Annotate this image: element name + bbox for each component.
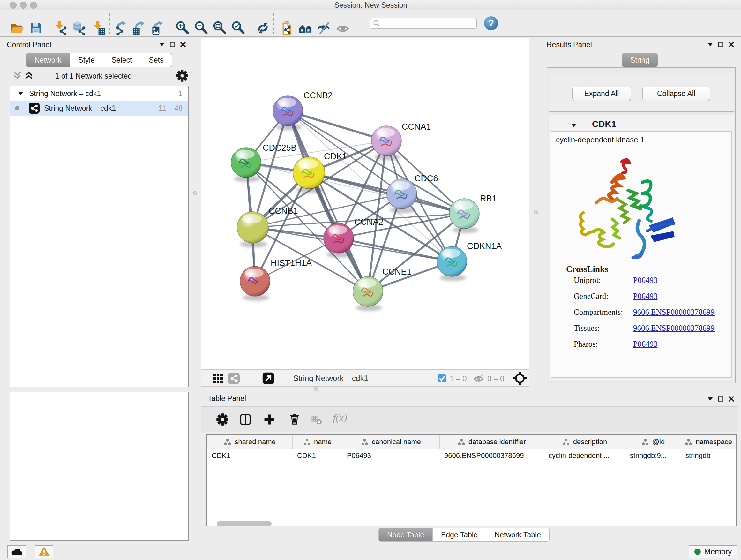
cloud-status-button[interactable] [7, 545, 26, 558]
network-options-gear-icon[interactable] [176, 69, 189, 82]
column-header-@id[interactable]: @id [625, 435, 681, 449]
node-CDK1[interactable] [293, 157, 325, 193]
export-image-icon[interactable] [150, 21, 164, 36]
column-header-shared-name[interactable]: shared name [207, 435, 293, 449]
memory-label: Memory [704, 547, 732, 556]
grid-mode-icon[interactable] [212, 373, 224, 384]
application-window: Session: New Session ? Control Panel Net… [0, 0, 741, 560]
memory-button[interactable]: Memory [689, 545, 737, 558]
node-CCNB1[interactable] [237, 212, 268, 247]
node-CCNA1[interactable] [372, 126, 401, 160]
horizontal-scrollbar-thumb[interactable] [217, 521, 272, 526]
import-network-icon[interactable] [52, 21, 67, 36]
panel-close-icon[interactable] [729, 396, 734, 401]
node-label-CCNA2: CCNA2 [354, 217, 384, 227]
node-RB1[interactable] [449, 199, 479, 233]
edge-CCNA2-CDKN1A[interactable] [339, 238, 452, 261]
node-CDC6[interactable] [387, 179, 417, 213]
panel-menu-icon[interactable] [708, 43, 713, 47]
selected-count-checkbox-icon[interactable] [437, 374, 446, 382]
gene-disclosure-icon[interactable] [571, 124, 576, 127]
share-document-icon[interactable] [280, 21, 295, 36]
collection-disclosure-icon[interactable] [18, 91, 23, 96]
open-file-icon[interactable] [9, 21, 24, 36]
create-column-icon[interactable] [263, 413, 276, 426]
warnings-button[interactable] [35, 545, 53, 558]
network-share-icon[interactable] [228, 373, 240, 384]
panel-float-icon[interactable] [718, 42, 724, 47]
import-table-icon[interactable] [91, 21, 105, 36]
open-homes-icon[interactable] [298, 21, 313, 36]
crosslink-value-link[interactable]: P06493 [633, 292, 657, 301]
table-options-gear-icon[interactable] [216, 413, 229, 426]
tab-string[interactable]: String [622, 53, 658, 67]
node-label-CCNB2: CCNB2 [304, 91, 333, 100]
save-session-icon[interactable] [28, 21, 43, 36]
column-header-name[interactable]: name [293, 435, 342, 449]
panel-menu-icon[interactable] [708, 397, 713, 401]
network-collection-row[interactable]: String Network – cdk1 1 [10, 86, 188, 101]
tab-edge-table[interactable]: Edge Table [433, 528, 486, 542]
zoom-in-icon[interactable] [175, 21, 190, 36]
table-row[interactable]: CDK1CDK1P064939606.ENSP00000378699cyclin… [207, 449, 736, 462]
node-label-CCNE1: CCNE1 [382, 267, 412, 276]
crosslink-row: Tissues:9606.ENSP00000378699 [574, 324, 727, 333]
panel-close-icon[interactable] [180, 42, 186, 47]
export-network-icon[interactable] [113, 21, 127, 36]
column-header-canonical-name[interactable]: canonical name [342, 435, 440, 449]
right-splitter[interactable] [529, 38, 543, 387]
network-share-badge-icon [29, 103, 40, 114]
node-CCNB2[interactable] [273, 96, 303, 130]
left-splitter[interactable] [189, 38, 201, 387]
show-columns-icon[interactable] [239, 413, 252, 426]
table-toolbar: f(x) [201, 407, 738, 432]
column-header-namespace[interactable]: namespace [681, 435, 736, 449]
collapse-all-networks-icon[interactable] [12, 71, 23, 79]
fit-selected-crosshair-icon[interactable] [513, 371, 527, 385]
zoom-fit-icon[interactable] [212, 21, 227, 36]
delete-table-icon[interactable] [310, 414, 323, 425]
hide-selected-icon[interactable] [316, 21, 331, 36]
expand-all-button[interactable]: Expand All [572, 86, 631, 101]
network-row-selected[interactable]: String Network – cdk1 11 48 [10, 101, 188, 116]
column-header-description[interactable]: description [544, 435, 625, 449]
help-button[interactable]: ? [484, 16, 498, 30]
tab-style[interactable]: Style [70, 53, 103, 67]
crosslink-value-link[interactable]: 9606.ENSP00000378699 [633, 308, 715, 317]
panel-float-icon[interactable] [170, 42, 175, 47]
crosslink-row: GeneCard:P06493 [574, 292, 727, 301]
function-builder-button[interactable]: f(x) [333, 412, 347, 424]
export-table-icon[interactable] [131, 21, 146, 36]
show-selected-icon[interactable] [335, 21, 350, 36]
refresh-layout-icon[interactable] [256, 21, 270, 36]
horizontal-splitter[interactable] [0, 387, 741, 392]
network-canvas[interactable]: CCNB2CCNA1CDC25BCDK1CDC6RB1CCNB1CCNA2CDK… [201, 38, 529, 369]
zoom-selected-icon[interactable] [231, 21, 246, 36]
crosslink-value-link[interactable]: 9606.ENSP00000378699 [633, 324, 715, 333]
node-CDKN1A[interactable] [437, 246, 467, 281]
edge-CCNB2-CCNA1[interactable] [288, 111, 387, 141]
panel-menu-icon[interactable] [159, 43, 165, 47]
panel-float-icon[interactable] [718, 396, 724, 401]
delete-column-icon[interactable] [288, 413, 301, 426]
node-CDC25B[interactable] [231, 147, 261, 182]
node-CCNE1[interactable] [353, 276, 383, 311]
tab-sets[interactable]: Sets [140, 53, 172, 67]
node-HIST1H1A[interactable] [240, 266, 270, 301]
crosslink-value-link[interactable]: P06493 [633, 340, 657, 349]
search-input[interactable] [381, 19, 470, 27]
birds-eye-view-icon[interactable] [262, 372, 275, 385]
column-header-database-identifier[interactable]: database identifier [440, 435, 544, 449]
tab-select[interactable]: Select [104, 53, 141, 67]
results-panel-title: Results Panel [547, 41, 592, 49]
crosslink-value-link[interactable]: P06493 [633, 276, 657, 285]
zoom-out-icon[interactable] [194, 21, 209, 36]
tab-network[interactable]: Network [26, 53, 70, 67]
panel-close-icon[interactable] [729, 42, 734, 47]
tab-network-table[interactable]: Network Table [486, 528, 549, 542]
collapse-all-button[interactable]: Collapse All [643, 86, 710, 101]
node-CCNA2[interactable] [324, 223, 354, 258]
tab-node-table[interactable]: Node Table [379, 528, 433, 542]
import-database-icon[interactable] [71, 21, 86, 36]
expand-all-networks-icon[interactable] [23, 71, 34, 79]
